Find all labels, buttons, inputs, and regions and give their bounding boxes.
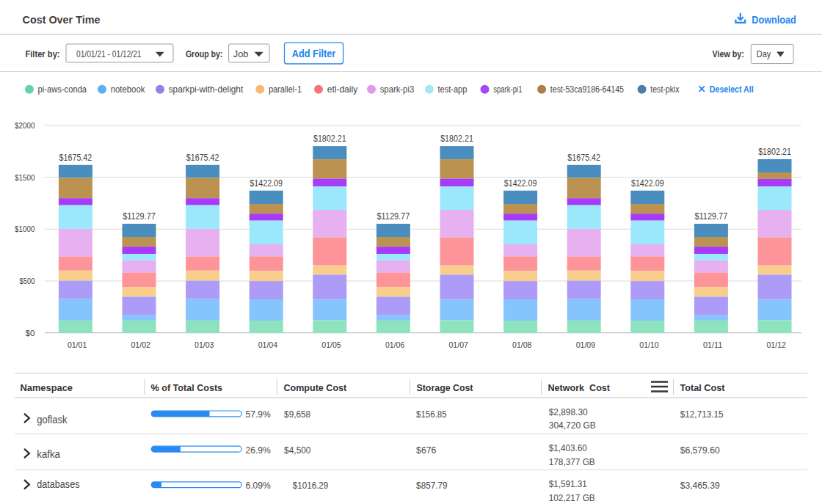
svg-text:102,217 GB: 102,217 GB (549, 492, 595, 503)
svg-text:pi-aws-conda: pi-aws-conda (38, 84, 87, 95)
svg-text:$2,898.30: $2,898.30 (549, 406, 588, 417)
svg-text:Group by:: Group by: (186, 48, 223, 59)
svg-text:$1802.21: $1802.21 (440, 133, 473, 144)
svg-text:Total Cost: Total Cost (680, 382, 726, 393)
svg-text:$1675.42: $1675.42 (567, 152, 600, 163)
svg-text:$1500: $1500 (15, 173, 34, 182)
svg-text:01/08: 01/08 (512, 340, 531, 349)
svg-text:Day: Day (757, 48, 771, 59)
svg-text:$2000: $2000 (15, 121, 34, 130)
svg-text:$1129.77: $1129.77 (695, 211, 728, 222)
svg-text:test-app: test-app (438, 84, 468, 95)
svg-text:$1129.77: $1129.77 (377, 211, 410, 222)
svg-text:$1016.29: $1016.29 (293, 480, 329, 491)
svg-text:Download: Download (752, 14, 796, 26)
svg-text:$1129.77: $1129.77 (123, 211, 156, 222)
svg-text:6.09%: 6.09% (246, 480, 272, 491)
svg-text:01/06: 01/06 (385, 340, 404, 349)
svg-text:01/11: 01/11 (703, 340, 722, 349)
svg-text:$4,500: $4,500 (284, 445, 310, 456)
svg-text:$9,658: $9,658 (284, 409, 310, 420)
svg-text:% of Total Costs: % of Total Costs (151, 382, 223, 393)
svg-text:kafka: kafka (37, 448, 60, 460)
svg-text:$1000: $1000 (15, 224, 34, 233)
svg-text:Cost Over Time: Cost Over Time (23, 13, 101, 26)
svg-text:$1422.09: $1422.09 (631, 178, 664, 189)
svg-text:$500: $500 (20, 277, 35, 285)
svg-text:$1802.21: $1802.21 (313, 133, 346, 144)
svg-text:01/09: 01/09 (576, 340, 595, 349)
svg-text:$1675.42: $1675.42 (59, 152, 92, 163)
svg-text:Network Cost: Network Cost (548, 382, 611, 393)
svg-text:$3,465.39: $3,465.39 (680, 480, 720, 491)
svg-text:goflask: goflask (37, 414, 68, 426)
svg-text:Compute Cost: Compute Cost (284, 382, 347, 393)
svg-text:01/12: 01/12 (767, 340, 786, 349)
svg-text:databases: databases (37, 478, 79, 490)
svg-text:parallel-1: parallel-1 (269, 84, 302, 95)
svg-text:$1675.42: $1675.42 (186, 152, 219, 163)
svg-text:test-53ca9186-64145: test-53ca9186-64145 (550, 84, 624, 95)
svg-text:notebook: notebook (111, 84, 145, 95)
svg-text:etl-daily: etl-daily (327, 84, 358, 95)
svg-text:01/02: 01/02 (131, 340, 150, 349)
svg-text:$0: $0 (26, 329, 35, 337)
svg-text:$676: $676 (416, 445, 436, 456)
svg-text:$857.79: $857.79 (416, 480, 448, 491)
svg-text:$156.85: $156.85 (416, 409, 447, 420)
svg-text:57.9%: 57.9% (246, 409, 272, 420)
svg-text:01/04: 01/04 (258, 340, 277, 349)
svg-text:$1,403.60: $1,403.60 (549, 442, 587, 453)
svg-text:test-pkix: test-pkix (650, 84, 680, 95)
svg-text:sparkpi-with-delight: sparkpi-with-delight (169, 84, 244, 95)
svg-text:$6,579.60: $6,579.60 (680, 445, 720, 456)
svg-text:304,720 GB: 304,720 GB (549, 420, 596, 431)
svg-text:Deselect All: Deselect All (710, 84, 754, 95)
svg-text:26.9%: 26.9% (246, 445, 272, 456)
svg-text:01/05: 01/05 (321, 340, 341, 349)
svg-text:View by:: View by: (713, 48, 744, 59)
svg-text:01/01: 01/01 (68, 340, 87, 349)
svg-text:Filter by:: Filter by: (25, 48, 59, 59)
svg-text:178,377 GB: 178,377 GB (549, 456, 595, 467)
svg-text:$1422.09: $1422.09 (250, 178, 283, 189)
svg-text:01/10: 01/10 (639, 340, 658, 349)
svg-text:$1802.21: $1802.21 (758, 146, 791, 157)
svg-text:01/03: 01/03 (194, 340, 214, 349)
svg-text:$1,591.31: $1,591.31 (549, 478, 587, 489)
svg-text:$1422.09: $1422.09 (504, 178, 537, 189)
svg-text:spark-pi3: spark-pi3 (380, 84, 415, 95)
svg-text:Storage Cost: Storage Cost (417, 382, 474, 393)
svg-text:$12,713.15: $12,713.15 (680, 409, 724, 420)
svg-text:Job: Job (233, 48, 249, 59)
svg-text:Namespace: Namespace (21, 382, 73, 393)
svg-text:spark-pi1: spark-pi1 (493, 84, 522, 95)
svg-text:01/07: 01/07 (449, 340, 468, 349)
svg-text:01/01/21 - 01/12/21: 01/01/21 - 01/12/21 (76, 48, 142, 59)
svg-text:Add Filter: Add Filter (292, 48, 336, 59)
